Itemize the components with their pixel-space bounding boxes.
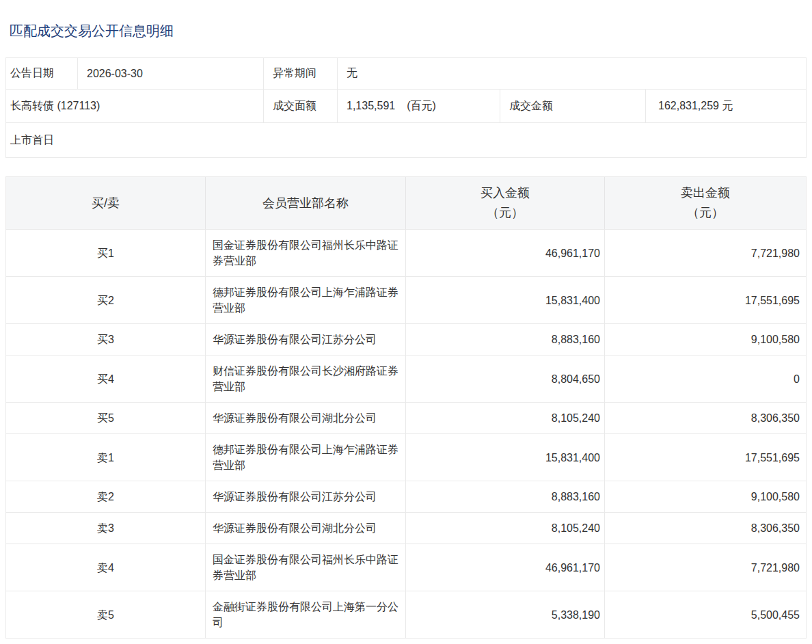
face-amount-unit: (百元) [407,99,436,113]
cell-branch: 德邦证券股份有限公司上海乍浦路证券营业部 [206,277,406,323]
cell-side: 卖5 [6,591,206,638]
cell-branch: 财信证券股份有限公司长沙湘府路证券营业部 [206,355,406,402]
cell-branch: 华源证券股份有限公司湖北分公司 [206,403,406,433]
announce-date-label: 公告日期 [6,58,78,89]
cell-branch: 华源证券股份有限公司江苏分公司 [206,481,406,512]
summary-info-table: 公告日期 2026-03-30 异常期间 无 长高转债 (127113) 成交面… [5,57,807,158]
cell-branch: 德邦证券股份有限公司上海乍浦路证券营业部 [206,434,406,481]
security-name: 长高转债 (127113) [6,90,264,122]
cell-side: 卖2 [6,481,206,512]
cell-side: 卖1 [6,434,206,481]
header-sell-amount-line2: （元） [687,203,724,223]
abnormal-period-value: 无 [338,58,806,89]
header-side: 买/卖 [6,177,206,229]
table-row: 买3 华源证券股份有限公司江苏分公司 8,883,160 9,100,580 [6,324,806,355]
cell-sell-amount: 7,721,980 [605,230,806,276]
cell-buy-amount: 15,831,400 [406,434,605,481]
listing-day-note: 上市首日 [6,123,806,157]
trade-table: 买/卖 会员营业部名称 买入金额 （元） 卖出金额 （元） 买1 国金证券股份有… [5,176,807,639]
cell-sell-amount: 8,306,350 [605,403,806,433]
cell-sell-amount: 17,551,695 [605,277,806,323]
face-amount-label: 成交面额 [264,90,338,122]
table-row: 买2 德邦证券股份有限公司上海乍浦路证券营业部 15,831,400 17,55… [6,277,806,324]
cell-buy-amount: 15,831,400 [406,277,605,323]
table-row: 卖4 国金证券股份有限公司福州长乐中路证券营业部 46,961,170 7,72… [6,544,806,591]
cell-sell-amount: 9,100,580 [605,481,806,512]
cell-sell-amount: 8,306,350 [605,513,806,544]
table-row: 卖3 华源证券股份有限公司湖北分公司 8,105,240 8,306,350 [6,513,806,544]
cell-branch: 国金证券股份有限公司福州长乐中路证券营业部 [206,544,406,591]
cell-side: 买1 [6,230,206,276]
cell-branch: 华源证券股份有限公司江苏分公司 [206,324,406,355]
cell-buy-amount: 8,105,240 [406,403,605,433]
cell-branch: 国金证券股份有限公司福州长乐中路证券营业部 [206,230,406,276]
cell-branch: 金融街证券股份有限公司上海第一分公司 [206,591,406,638]
header-buy-amount-line1: 买入金额 [481,183,530,203]
table-row: 卖2 华源证券股份有限公司江苏分公司 8,883,160 9,100,580 [6,481,806,513]
summary-row-date: 公告日期 2026-03-30 异常期间 无 [6,58,806,90]
header-buy-amount-line2: （元） [487,203,524,223]
cell-side: 买3 [6,324,206,355]
header-buy-amount: 买入金额 （元） [406,177,605,229]
face-amount-value: 1,135,591 (百元) [338,90,500,122]
cell-side: 买5 [6,403,206,433]
page-title: 匹配成交交易公开信息明细 [10,23,812,38]
trade-table-header: 买/卖 会员营业部名称 买入金额 （元） 卖出金额 （元） [6,177,806,230]
cell-side: 卖3 [6,513,206,544]
summary-row-note: 上市首日 [6,123,806,157]
cell-buy-amount: 46,961,170 [406,230,605,276]
header-branch: 会员营业部名称 [206,177,406,229]
summary-row-security: 长高转债 (127113) 成交面额 1,135,591 (百元) 成交金额 1… [6,90,806,123]
turnover-value: 162,831,259 元 [646,90,806,122]
cell-side: 买2 [6,277,206,323]
table-row: 卖5 金融街证券股份有限公司上海第一分公司 5,338,190 5,500,45… [6,591,806,638]
cell-side: 买4 [6,355,206,402]
cell-buy-amount: 5,338,190 [406,591,605,638]
table-row: 买5 华源证券股份有限公司湖北分公司 8,105,240 8,306,350 [6,403,806,434]
header-sell-amount-line1: 卖出金额 [681,183,730,203]
cell-sell-amount: 9,100,580 [605,324,806,355]
cell-sell-amount: 0 [605,355,806,402]
abnormal-period-label: 异常期间 [264,58,338,89]
turnover-label: 成交金额 [500,90,646,122]
cell-buy-amount: 8,804,650 [406,355,605,402]
face-amount-number: 1,135,591 [347,100,395,112]
cell-buy-amount: 8,105,240 [406,513,605,544]
table-row: 卖1 德邦证券股份有限公司上海乍浦路证券营业部 15,831,400 17,55… [6,434,806,481]
table-row: 买1 国金证券股份有限公司福州长乐中路证券营业部 46,961,170 7,72… [6,230,806,277]
header-sell-amount: 卖出金额 （元） [605,177,806,229]
table-row: 买4 财信证券股份有限公司长沙湘府路证券营业部 8,804,650 0 [6,355,806,403]
trade-table-body: 买1 国金证券股份有限公司福州长乐中路证券营业部 46,961,170 7,72… [6,230,806,638]
cell-sell-amount: 5,500,455 [605,591,806,638]
announce-date-value: 2026-03-30 [78,58,264,89]
cell-branch: 华源证券股份有限公司湖北分公司 [206,513,406,544]
cell-side: 卖4 [6,544,206,591]
cell-buy-amount: 8,883,160 [406,324,605,355]
cell-sell-amount: 7,721,980 [605,544,806,591]
cell-buy-amount: 8,883,160 [406,481,605,512]
cell-sell-amount: 17,551,695 [605,434,806,481]
cell-buy-amount: 46,961,170 [406,544,605,591]
